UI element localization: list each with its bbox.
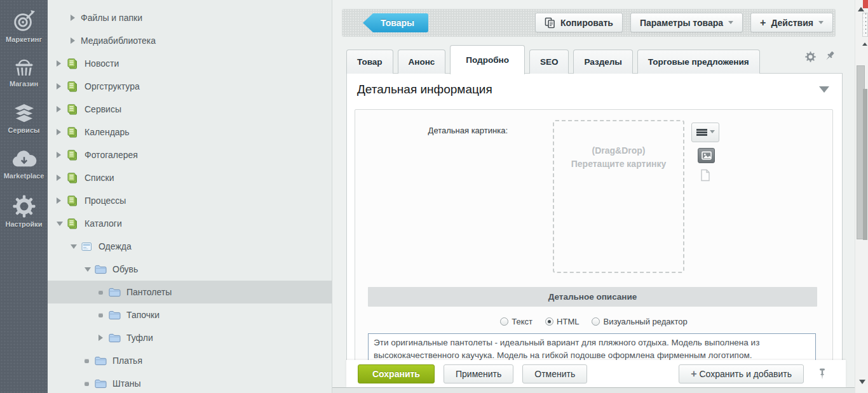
tree-item-files[interactable]: Файлы и папки xyxy=(48,6,332,29)
tree-item-services[interactable]: Сервисы xyxy=(48,98,332,121)
tree-item-processes[interactable]: Процессы xyxy=(48,189,332,212)
scroll-down-arrow[interactable] xyxy=(859,380,865,387)
image-menu-button[interactable] xyxy=(691,123,719,142)
image-tools xyxy=(691,123,729,184)
detail-tab-panel: Детальная информация Детальная картинка:… xyxy=(346,73,843,393)
cloud-download-icon xyxy=(11,150,37,170)
description-header: Детальное описание xyxy=(368,287,817,307)
tree-item-calendar[interactable]: Календарь xyxy=(48,121,332,143)
tree-item-orgstructure[interactable]: Оргструктура xyxy=(48,75,332,98)
chevron-down-icon xyxy=(818,21,824,27)
bullet-icon xyxy=(85,359,89,363)
outer-scrollbar-thumb[interactable] xyxy=(863,89,867,240)
pin-icon[interactable] xyxy=(824,50,836,62)
tree-item-platya[interactable]: Платья xyxy=(48,349,332,372)
scroll-marks-box xyxy=(862,13,868,37)
product-params-button[interactable]: Параметры товара xyxy=(630,13,743,32)
toolbar: Товары Копировать Параметры товара + Дей… xyxy=(342,9,836,37)
chevron-down-icon xyxy=(728,21,733,27)
tab-razdely[interactable]: Разделы xyxy=(573,50,632,74)
hamburger-icon xyxy=(696,129,707,136)
expand-arrow-icon[interactable] xyxy=(57,106,64,112)
expand-arrow-icon[interactable] xyxy=(98,335,106,341)
cancel-button[interactable]: Отменить xyxy=(522,364,587,383)
bottom-strip xyxy=(332,387,855,393)
editor-mode-switch: Текст HTML Визуальный редактор xyxy=(355,317,832,326)
tree-item-obuv[interactable]: Обувь xyxy=(48,258,332,281)
product-edit-screen: Маркетинг Магазин Сервисы Marketplace На… xyxy=(0,0,868,393)
tree-item-tapochki[interactable]: Тапочки xyxy=(48,303,332,326)
tree-item-lists[interactable]: Списки xyxy=(48,166,332,189)
collapse-arrow-icon[interactable] xyxy=(85,267,91,275)
editor-mode-text[interactable]: Текст xyxy=(500,317,532,326)
radio-checked-icon[interactable] xyxy=(545,317,553,326)
tree-item-medialibrary[interactable]: Медиабиблиотека xyxy=(48,29,332,52)
sidebar-item-store[interactable]: Магазин xyxy=(0,49,48,95)
editor-mode-visual[interactable]: Визуальный редактор xyxy=(592,317,687,326)
expand-arrow-icon[interactable] xyxy=(57,152,64,158)
infoblock-icon xyxy=(67,127,79,138)
tree-item-odezhda[interactable]: Одежда xyxy=(48,235,332,258)
collapse-arrow-icon[interactable] xyxy=(71,244,77,252)
tab-bar: Товар Анонс Подробно SEO Разделы Торговы… xyxy=(346,44,760,74)
add-image-button[interactable] xyxy=(698,148,715,163)
tab-torgovye-predlozheniya[interactable]: Торговые предложения xyxy=(637,50,760,74)
site-tree-panel: Файлы и папки Медиабиблиотека Новости Ор… xyxy=(48,0,332,393)
expand-arrow-icon[interactable] xyxy=(71,37,78,44)
tab-tovar[interactable]: Товар xyxy=(346,50,393,74)
scrollbar xyxy=(855,0,868,393)
section-header: Детальная информация xyxy=(347,74,842,104)
expand-arrow-icon[interactable] xyxy=(57,129,64,135)
tree-item-photogallery[interactable]: Фотогалерея xyxy=(48,143,332,166)
app-sidebar: Маркетинг Магазин Сервисы Marketplace На… xyxy=(0,0,48,393)
detail-image-label: Детальная картинка: xyxy=(355,126,508,135)
tree-item-pantolety[interactable]: Пантолеты xyxy=(48,281,332,303)
collapse-section-icon[interactable] xyxy=(819,86,829,98)
sidebar-item-services[interactable]: Сервисы xyxy=(0,95,48,142)
expand-arrow-icon[interactable] xyxy=(57,60,64,67)
actions-button[interactable]: + Действия xyxy=(750,13,833,32)
bullet-icon xyxy=(98,313,103,317)
expand-arrow-icon[interactable] xyxy=(57,175,64,181)
folder-icon xyxy=(95,265,107,274)
dropzone-text: Перетащите картинку xyxy=(554,157,683,171)
file-icon[interactable] xyxy=(700,169,710,182)
collapse-arrow-icon[interactable] xyxy=(57,222,63,229)
pin-bar-icon[interactable] xyxy=(818,368,827,380)
expand-arrow-icon[interactable] xyxy=(71,15,78,21)
radio-icon[interactable] xyxy=(592,317,600,326)
save-and-add-button[interactable]: + Сохранить и добавить xyxy=(679,364,804,383)
tree-item-news[interactable]: Новости xyxy=(48,52,332,75)
image-dropzone[interactable]: (Drag&Drop) Перетащите картинку xyxy=(553,120,684,273)
expand-arrow-icon[interactable] xyxy=(57,197,64,204)
back-to-products-button[interactable]: Товары xyxy=(363,13,428,32)
infoblock-icon xyxy=(67,58,79,69)
infoblock-icon xyxy=(67,81,79,92)
copy-icon xyxy=(545,17,555,29)
apply-button[interactable]: Применить xyxy=(444,364,513,383)
form-settings-gear-icon[interactable] xyxy=(805,51,816,62)
tree-item-tufli[interactable]: Туфли xyxy=(48,326,332,349)
tree-item-shtany[interactable]: Штаны xyxy=(48,372,332,393)
radio-icon[interactable] xyxy=(500,317,508,326)
copy-button[interactable]: Копировать xyxy=(535,13,623,32)
section-page-icon xyxy=(81,242,93,251)
sidebar-item-marketing[interactable]: Маркетинг xyxy=(0,3,48,49)
outer-scroll-up-arrow[interactable] xyxy=(862,40,867,46)
tree-item-catalogs[interactable]: Каталоги xyxy=(48,212,332,235)
sidebar-item-marketplace[interactable]: Marketplace xyxy=(0,142,48,188)
infoblock-icon xyxy=(67,196,79,206)
folder-icon xyxy=(95,356,107,366)
editor-mode-html[interactable]: HTML xyxy=(545,317,579,326)
folder-icon xyxy=(109,310,121,320)
sidebar-item-settings[interactable]: Настройки xyxy=(0,188,48,234)
target-icon xyxy=(12,9,36,33)
expand-arrow-icon[interactable] xyxy=(57,83,64,90)
tab-anons[interactable]: Анонс xyxy=(398,50,446,74)
tab-seo[interactable]: SEO xyxy=(529,50,569,74)
bullet-icon xyxy=(85,382,89,386)
gear-icon xyxy=(13,195,36,218)
dropzone-text: (Drag&Drop) xyxy=(554,144,683,157)
save-button[interactable]: Сохранить xyxy=(358,364,435,383)
tab-podrobno[interactable]: Подробно xyxy=(450,45,525,74)
